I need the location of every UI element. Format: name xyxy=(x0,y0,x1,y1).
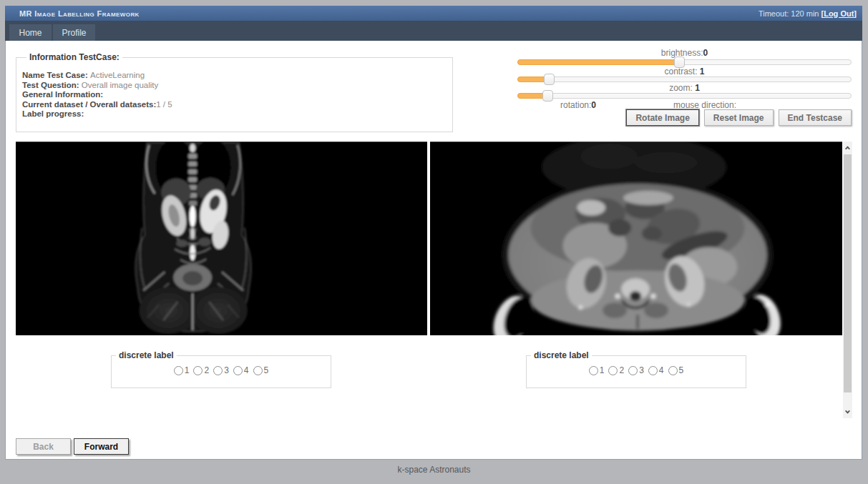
info-row-general: General Information: xyxy=(22,90,445,100)
radio-circle-icon[interactable] xyxy=(253,366,263,375)
radio-circle-icon[interactable] xyxy=(589,366,598,375)
rotation-label: rotation:0 xyxy=(560,100,596,110)
app-header: MR Image Labelling Framework Timeout: 12… xyxy=(5,6,862,21)
radio-group-right: 1 2 3 4 5 xyxy=(527,366,746,375)
radio-option-3[interactable]: 3 xyxy=(213,366,229,375)
rotate-image-button[interactable]: Rotate Image xyxy=(626,109,698,126)
radio-circle-icon[interactable] xyxy=(213,366,223,375)
radio-circle-icon[interactable] xyxy=(668,366,678,375)
radio-option-5[interactable]: 5 xyxy=(668,366,684,375)
radio-option-4[interactable]: 4 xyxy=(648,366,664,375)
tab-bar: Home Profile xyxy=(5,21,862,41)
contrast-value: 1 xyxy=(700,66,705,76)
forward-button[interactable]: Forward xyxy=(74,438,129,455)
app-title: MR Image Labelling Framework xyxy=(19,9,140,18)
timeout-area: Timeout: 120 min [Log Out] xyxy=(759,9,857,18)
contrast-slider[interactable] xyxy=(517,76,852,82)
axial-mri-image xyxy=(430,142,842,335)
discrete-label-panel-left: discrete label 1 2 3 4 5 xyxy=(111,350,331,388)
scrollbar-up-button[interactable] xyxy=(843,142,852,154)
footer-text: k-space Astronauts xyxy=(0,465,868,475)
discrete-label-legend: discrete label xyxy=(531,350,592,360)
tab-profile[interactable]: Profile xyxy=(53,24,95,41)
radio-circle-icon[interactable] xyxy=(648,366,658,375)
viewer-scrollbar[interactable] xyxy=(843,142,852,418)
info-row-label-progress: Label progress: xyxy=(22,109,445,119)
timeout-label: Timeout: 120 min xyxy=(759,9,819,18)
brightness-slider-fill xyxy=(517,59,679,65)
info-row-question: Test Question: Overall image quality xyxy=(22,81,445,91)
mri-viewport-coronal[interactable] xyxy=(16,142,427,335)
brightness-value: 0 xyxy=(703,48,708,58)
info-testcase-legend: Information TestCase: xyxy=(26,52,122,62)
tab-home[interactable]: Home xyxy=(9,24,52,41)
zoom-slider[interactable] xyxy=(517,93,852,99)
discrete-label-panel-right: discrete label 1 2 3 4 5 xyxy=(526,350,746,388)
radio-option-1[interactable]: 1 xyxy=(174,366,190,375)
coronal-mri-image xyxy=(16,142,427,335)
mri-viewport-axial[interactable] xyxy=(430,142,842,335)
info-row-name: Name Test Case: ActiveLearning xyxy=(22,71,445,81)
zoom-label: zoom: 1 xyxy=(517,83,852,93)
radio-option-3[interactable]: 3 xyxy=(628,366,644,375)
radio-circle-icon[interactable] xyxy=(193,366,203,375)
brightness-label: brightness:0 xyxy=(517,48,852,58)
chevron-down-icon xyxy=(845,409,850,414)
radio-option-5[interactable]: 5 xyxy=(253,366,269,375)
radio-circle-icon[interactable] xyxy=(233,366,243,375)
page: MR Image Labelling Framework Timeout: 12… xyxy=(0,0,868,484)
radio-option-1[interactable]: 1 xyxy=(589,366,605,375)
end-testcase-button[interactable]: End Testcase xyxy=(779,109,852,126)
reset-image-button[interactable]: Reset Image xyxy=(704,109,774,126)
info-row-dataset-progress: Current dataset / Overall datasets:1 / 5 xyxy=(22,100,445,110)
radio-circle-icon[interactable] xyxy=(174,366,183,375)
info-testcase-panel: Information TestCase: Name Test Case: Ac… xyxy=(16,52,453,132)
logout-link[interactable]: [Log Out] xyxy=(821,9,857,18)
radio-circle-icon[interactable] xyxy=(628,366,638,375)
image-control-panel: brightness:0 contrast: 1 zoom: 1 rotatio… xyxy=(517,48,852,128)
zoom-value: 1 xyxy=(695,83,700,93)
mouse-direction-label: mouse direction: xyxy=(673,100,736,110)
rotation-value: 0 xyxy=(591,100,596,110)
scrollbar-down-button[interactable] xyxy=(843,406,852,418)
discrete-label-legend: discrete label xyxy=(116,350,177,360)
back-button[interactable]: Back xyxy=(16,438,71,455)
scrollbar-thumb[interactable] xyxy=(844,154,852,392)
radio-group-left: 1 2 3 4 5 xyxy=(112,366,331,375)
brightness-slider[interactable] xyxy=(517,59,852,65)
zoom-slider-handle[interactable] xyxy=(542,90,553,102)
radio-option-4[interactable]: 4 xyxy=(233,366,249,375)
radio-circle-icon[interactable] xyxy=(608,366,618,375)
contrast-label: contrast: 1 xyxy=(517,66,852,76)
image-action-buttons: Rotate Image Reset Image End Testcase xyxy=(626,109,852,126)
radio-option-2[interactable]: 2 xyxy=(193,366,209,375)
radio-option-2[interactable]: 2 xyxy=(608,366,624,375)
chevron-up-icon xyxy=(845,146,850,151)
